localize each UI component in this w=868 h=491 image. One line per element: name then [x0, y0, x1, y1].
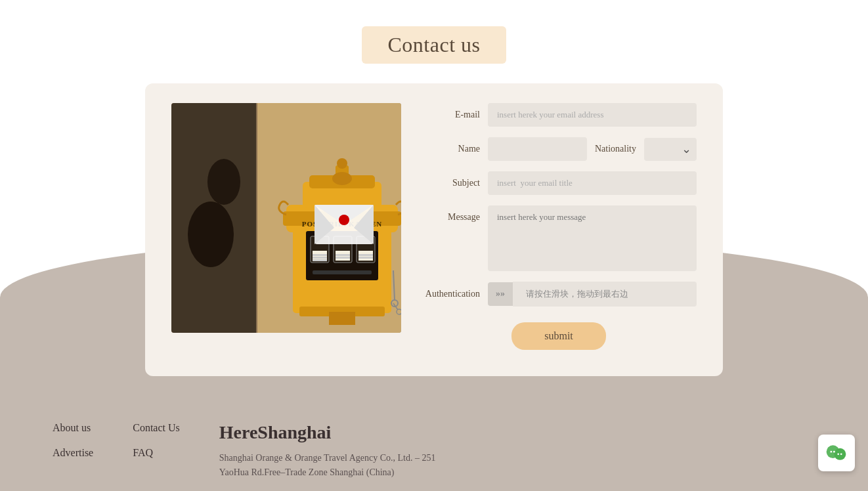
message-row: Message: [421, 205, 697, 271]
footer-brand-col: HereShanghai Shanghai Orange & Orange Tr…: [219, 422, 815, 480]
subject-row: Subject: [421, 171, 697, 195]
svg-rect-25: [336, 254, 350, 256]
svg-rect-28: [358, 254, 373, 256]
page-title-box: Contact us: [362, 26, 507, 64]
svg-point-3: [188, 202, 234, 267]
footer-col-2: Contact Us FAQ: [133, 422, 180, 459]
name-input[interactable]: [488, 137, 587, 161]
svg-point-42: [834, 448, 846, 460]
svg-rect-31: [329, 312, 355, 325]
nationality-select[interactable]: China USA UK: [644, 138, 697, 161]
svg-point-4: [207, 159, 240, 205]
footer-link-faq[interactable]: FAQ: [133, 447, 180, 459]
svg-rect-29: [358, 257, 373, 259]
double-chevron-icon: »»: [496, 289, 505, 299]
nationality-label: Nationality: [595, 144, 636, 154]
svg-point-14: [332, 172, 352, 185]
page-title: Contact us: [388, 33, 481, 57]
wechat-float-button[interactable]: [818, 435, 855, 471]
wechat-icon: [825, 441, 848, 465]
email-label: E-mail: [421, 110, 480, 120]
message-textarea[interactable]: [488, 205, 697, 271]
auth-label: Authentication: [421, 289, 480, 299]
auth-arrows-box[interactable]: »»: [488, 282, 513, 306]
footer-link-advertise[interactable]: Advertise: [53, 447, 93, 459]
contact-card: POSTBRIEFKASTEN: [145, 83, 723, 376]
svg-rect-21: [313, 254, 327, 256]
name-label: Name: [421, 144, 480, 154]
svg-rect-22: [313, 257, 327, 259]
mailbox-image: POSTBRIEFKASTEN: [171, 103, 401, 333]
bg-section: POSTBRIEFKASTEN: [0, 83, 868, 491]
auth-row: Authentication »» 请按住滑块，拖动到最右边: [421, 282, 697, 307]
footer-link-about-us[interactable]: About us: [53, 422, 93, 434]
svg-rect-23: [313, 259, 327, 261]
svg-point-40: [339, 215, 349, 225]
svg-rect-16: [313, 270, 372, 274]
page-wrapper: Contact us: [0, 0, 868, 491]
email-input[interactable]: [488, 103, 697, 127]
submit-button[interactable]: submit: [511, 322, 606, 350]
auth-slider-text: 请按住滑块，拖动到最右边: [513, 282, 697, 307]
footer-col-1: About us Advertise: [53, 422, 93, 459]
header-area: Contact us: [0, 0, 868, 83]
form-section: E-mail Name Nationality China USA: [421, 103, 697, 350]
footer-address-line2: YaoHua Rd.Free–Trade Zone Shanghai (Chin…: [219, 467, 395, 477]
svg-point-13: [337, 158, 347, 169]
svg-point-46: [840, 453, 842, 455]
svg-rect-26: [336, 257, 350, 259]
footer-area: About us Advertise Contact Us FAQ HereSh…: [0, 396, 868, 491]
footer-brand-title: HereShanghai: [219, 422, 815, 443]
footer-link-contact-us[interactable]: Contact Us: [133, 422, 180, 434]
svg-point-43: [831, 451, 833, 453]
submit-row: submit: [421, 322, 697, 350]
name-nationality-row: Name Nationality China USA UK ⌄: [421, 137, 697, 161]
footer-address-line1: Shanghai Orange & Orange Travel Agency C…: [219, 453, 436, 463]
message-label: Message: [421, 205, 480, 223]
nationality-select-wrapper: China USA UK ⌄: [644, 138, 697, 161]
svg-point-44: [833, 451, 835, 453]
auth-slider-container[interactable]: »» 请按住滑块，拖动到最右边: [488, 282, 697, 307]
subject-input[interactable]: [488, 171, 697, 195]
footer-address: Shanghai Orange & Orange Travel Agency C…: [219, 451, 815, 480]
subject-label: Subject: [421, 178, 480, 188]
contact-card-wrapper: POSTBRIEFKASTEN: [0, 83, 868, 396]
svg-point-45: [837, 453, 839, 455]
email-row: E-mail: [421, 103, 697, 127]
